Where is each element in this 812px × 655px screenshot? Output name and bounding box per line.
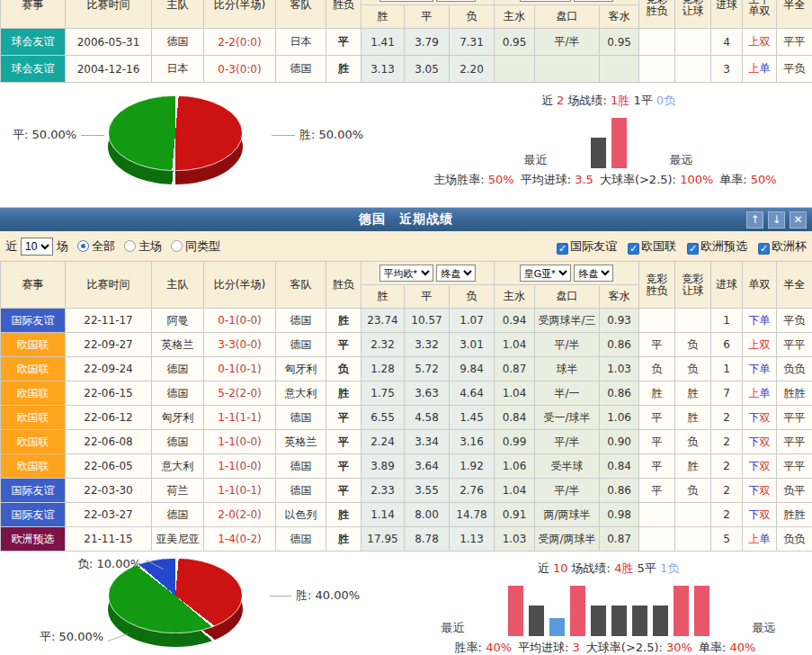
cell-odds-win: 2.33 [361, 479, 405, 503]
cell-jc-handicap [675, 503, 711, 527]
trend-bar-胜 [694, 586, 709, 636]
cell-home-team: 英格兰 [152, 333, 204, 357]
asian-source-select[interactable]: 皇G亚* [520, 265, 571, 282]
cell-odds-win: 6.55 [361, 406, 405, 430]
h2h-table-section: 赛事比赛时间主队比分(半场)客队胜负平均欧* 终盘皇G亚* 终盘竞彩胜负竞彩让球… [0, 0, 812, 84]
stat-value: 50% [488, 173, 514, 186]
col-handicap: 盘口 [535, 285, 600, 309]
cell-result: 平 [326, 333, 361, 357]
cell-jc-result [639, 503, 675, 527]
panel-header: 德国 近期战绩 ↑ ↓ ✕ [0, 207, 812, 231]
cell-odds-draw: 3.05 [405, 56, 450, 83]
cell-goals: 2 [711, 503, 743, 527]
close-button[interactable]: ✕ [790, 211, 807, 229]
cell-odd-even: 下双 [743, 503, 777, 527]
pie-label: 平: 50.00% [40, 629, 129, 645]
table-row: 国际友谊22-03-27德国2-0(2-0)以色列胜1.148.0014.780… [1, 503, 812, 527]
near-label: 最近 [442, 620, 465, 636]
radio-全部[interactable] [77, 240, 89, 252]
cell-result: 胜 [326, 527, 361, 552]
cell-odds-win: 3.89 [361, 454, 405, 479]
trend-bar-平 [611, 606, 627, 636]
trend-bar-平 [529, 606, 544, 636]
cell-home-team: 日本 [152, 56, 204, 83]
move-down-button[interactable]: ↓ [768, 211, 785, 229]
cell-score: 1-1(0-1) [204, 479, 276, 503]
cell-odds-win: 23.74 [361, 309, 405, 333]
cell-goals: 2 [711, 454, 743, 479]
cell-odds-win: 1.41 [361, 29, 405, 56]
cell-home-water: 0.91 [495, 503, 535, 527]
cell-odd-even: 上单 [743, 381, 777, 406]
cell-result: 胜 [326, 503, 361, 527]
filter-suffix-label: 场 [57, 238, 68, 255]
cell-away-water: 0.86 [600, 479, 639, 503]
col-lose: 负 [450, 285, 495, 309]
stat-label: 大球率(>2.5): [586, 641, 666, 654]
cell-away-water: 0.93 [600, 309, 639, 333]
stat-label: 单率: [699, 641, 730, 654]
checkbox-国际友谊[interactable]: ✓ [557, 243, 568, 255]
cell-match-time: 22-06-05 [66, 454, 152, 479]
cell-jc-handicap: 负 [675, 333, 711, 357]
cell-result: 平 [326, 430, 361, 454]
cell-goals: 2 [711, 430, 743, 454]
cell-match-time: 22-11-17 [66, 309, 152, 333]
radio-主场[interactable] [124, 240, 136, 252]
cell-score: 2-0(2-0) [204, 503, 276, 527]
col-hwater: 主水 [495, 5, 535, 29]
cell-odds-lose: 1.92 [450, 454, 495, 479]
odds-stage-select[interactable]: 终盘 [436, 0, 476, 2]
table-row: 国际友谊22-03-30荷兰1-1(0-1)德国平2.333.552.761.0… [1, 479, 812, 503]
cell-half-full: 负负 [777, 527, 812, 552]
odds-source-select[interactable]: 平均欧* [379, 265, 433, 282]
cell-half-full: 平负 [777, 309, 812, 333]
cell-home-water: 1.04 [495, 479, 535, 503]
checkbox-欧洲杯[interactable]: ✓ [758, 243, 770, 255]
cell-league: 欧洲预选 [1, 527, 66, 552]
cell-home-team: 匈牙利 [152, 406, 204, 430]
table-row: 欧国联22-09-27英格兰3-3(0-0)德国平2.323.323.011.0… [1, 333, 812, 357]
asian-stage-select[interactable]: 终盘 [574, 0, 613, 2]
checkbox-欧洲预选[interactable]: ✓ [687, 243, 699, 255]
cell-handicap [535, 56, 600, 83]
radio-同类型[interactable] [171, 240, 183, 252]
asian-source-select[interactable]: 皇G亚* [520, 0, 571, 2]
cell-league: 欧国联 [1, 357, 66, 381]
cell-odds-lose: 14.78 [450, 503, 495, 527]
cell-result: 平 [326, 29, 361, 56]
cell-odd-even: 上双 [743, 29, 777, 56]
checkbox-欧国联[interactable]: ✓ [628, 243, 639, 255]
cell-home-water [495, 56, 535, 83]
col-jc-handicap: 竞彩让球 [675, 0, 711, 29]
cell-score: 1-1(0-0) [204, 430, 276, 454]
cell-away-water: 0.98 [600, 503, 639, 527]
cell-away-team: 日本 [276, 29, 326, 56]
col-score: 比分(半场) [204, 262, 276, 309]
cell-odds-draw: 3.79 [405, 29, 450, 56]
checkbox-label: 国际友谊 [570, 239, 617, 253]
stat-value: 40% [729, 641, 755, 654]
cell-handicap: 平/半 [535, 479, 600, 503]
odds-stage-select[interactable]: 终盘 [436, 265, 476, 282]
cell-result: 平 [326, 479, 361, 503]
cell-home-team: 亚美尼亚 [152, 527, 204, 552]
cell-jc-handicap [675, 56, 711, 83]
cell-odds-lose: 3.16 [450, 430, 495, 454]
cell-odd-even: 上双 [743, 333, 777, 357]
cell-odd-even: 下双 [743, 430, 777, 454]
match-count-select[interactable]: 10 [21, 238, 53, 256]
move-up-button[interactable]: ↑ [746, 211, 763, 229]
cell-jc-result [639, 527, 675, 552]
asian-stage-select[interactable]: 终盘 [574, 265, 613, 282]
stats-line: 主场胜率: 50%平均进球: 3.5大球率(>2.5): 100%单率: 50% [433, 172, 782, 188]
cell-half-full: 平负 [777, 56, 812, 83]
near-label: 最近 [524, 152, 548, 168]
col-jc-result: 竞彩胜负 [639, 262, 675, 309]
cell-handicap: 受两球半/三 [535, 309, 600, 333]
checkbox-label: 欧洲预选 [700, 239, 747, 253]
odds-source-select[interactable]: 平均欧* [379, 0, 433, 2]
cell-away-water: 0.90 [600, 430, 639, 454]
radio-label: 主场 [138, 239, 162, 253]
col-goals: 进球 [711, 262, 743, 309]
